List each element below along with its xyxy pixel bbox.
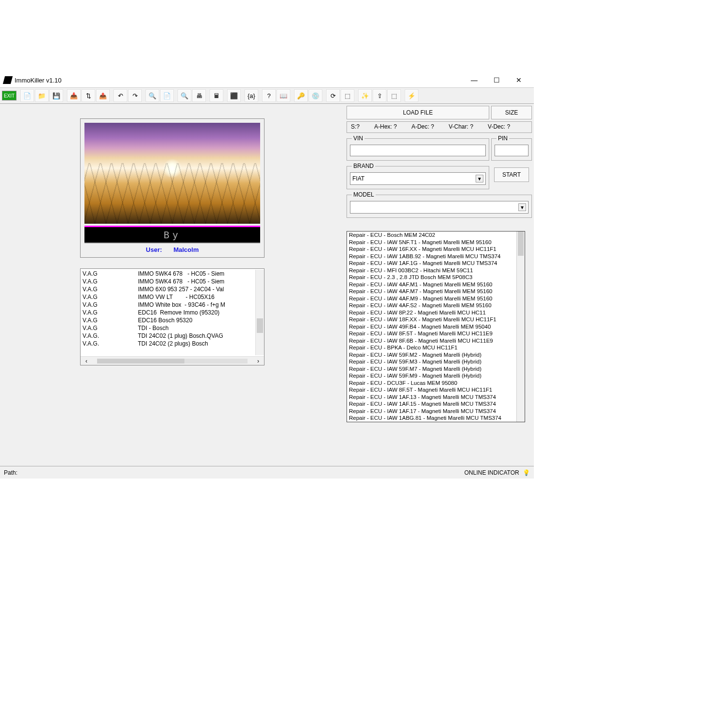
toolbar-button[interactable]: {a}	[245, 89, 258, 102]
list-item[interactable]: V.A.G IMMO 6X0 953 257 - 24C04 - Val	[83, 285, 255, 293]
toolbar-button[interactable]: ⬚	[341, 89, 354, 102]
dropdown-item[interactable]: Repair - ECU - IAW 4AF.M1 - Magneti Mare…	[347, 281, 516, 288]
vag-list[interactable]: V.A.G IMMO 5WK4 678 - HC05 - SiemV.A.G I…	[80, 268, 265, 365]
toolbar-button[interactable]: 📖	[277, 89, 290, 102]
dropdown-item[interactable]: Repair - ECU - IAW 8P.22 - Magneti Marel…	[347, 309, 516, 316]
list-item[interactable]: V.A.G IMMO 5WK4 678 - HC05 - Siem	[83, 270, 255, 278]
dropdown-item[interactable]: Repair - ECU - IAW 1AF.13 - Magneti Mare…	[347, 394, 516, 401]
toolbar-button[interactable]: 📄	[160, 89, 174, 102]
model-label: MODEL	[352, 191, 376, 198]
dropdown-item[interactable]: Repair - ECU - IAW 8F.5T - Magneti Marel…	[347, 386, 516, 394]
toolbar-button[interactable]: ↶	[114, 89, 127, 102]
window-title: ImmoKiller v1.10	[15, 77, 463, 84]
app-window: ImmoKiller v1.10 — ☐ ✕ EXIT 📄📁💾📥⇅📤↶↷🔍📄🔍🖶…	[0, 73, 534, 479]
dropdown-item[interactable]: Repair - ECU - IAW 8F.6B - Magneti Marel…	[347, 337, 516, 345]
dropdown-item[interactable]: Repair - ECU - Bosch MEM 24C02	[347, 232, 516, 239]
list-item[interactable]: V.A.G. TDI 24C02 (1 plug) Bosch.QVAG	[83, 332, 255, 340]
dropdown-item[interactable]: Repair - ECU - IAW 1ABG.81 - Magneti Mar…	[347, 414, 516, 422]
user-line: User: Malcolm	[84, 246, 260, 253]
dropdown-item[interactable]: Repair - ECU - DCU3F - Lucas MEM 95080	[347, 380, 516, 387]
list-item[interactable]: V.A.G IMMO 5WK4 678 - HC05 - Siem	[83, 278, 255, 285]
toolbar-button[interactable]: 🖶	[192, 89, 206, 102]
toolbar-button[interactable]: 🔍	[146, 89, 159, 102]
minimize-button[interactable]: —	[463, 73, 485, 87]
toolbar-button[interactable]: ↷	[128, 89, 142, 102]
user-name: Malcolm	[173, 246, 199, 253]
dropdown-item[interactable]: Repair - ECU - IAW 59F.M9 - Magneti Mare…	[347, 372, 516, 380]
list-item[interactable]: V.A.G. TDI 24C02 (2 plugs) Bosch	[83, 340, 255, 347]
bulb-icon: 💡	[523, 469, 530, 476]
size-button[interactable]: SIZE	[491, 106, 532, 119]
list-item[interactable]: V.A.G IMMO White box - 93C46 - f+g M	[83, 301, 255, 309]
dropdown-item[interactable]: Repair - ECU - BPKA - Delco MCU HC11F1	[347, 344, 516, 351]
toolbar-button[interactable]: ?	[262, 89, 276, 102]
toolbar-button[interactable]: 📁	[35, 89, 49, 102]
info-ahex: A-Hex: ?	[374, 123, 397, 131]
toolbar-button[interactable]: 📤	[96, 89, 110, 102]
toolbar-button[interactable]: ⟳	[326, 89, 340, 102]
exit-button[interactable]: EXIT	[2, 91, 17, 100]
scroll-left-icon[interactable]: ‹	[85, 358, 87, 364]
toolbar-button[interactable]: ✨	[358, 89, 372, 102]
toolbar-button[interactable]: ⇅	[82, 89, 95, 102]
dropdown-item[interactable]: Repair - ECU - IAW 49F.B4 - Magneti Mare…	[347, 323, 516, 331]
dropdown-item[interactable]: Repair - ECU - IAW 8F.5T - Magneti Marel…	[347, 330, 516, 337]
model-group: MODEL ▼	[347, 191, 532, 218]
close-button[interactable]: ✕	[508, 73, 530, 87]
start-button[interactable]: START	[494, 167, 529, 182]
info-line: S:? A-Hex: ? A-Dec: ? V-Char: ? V-Dec: ?	[347, 121, 532, 133]
dropdown-item[interactable]: Repair - ECU - IAW 59F.M7 - Magneti Mare…	[347, 365, 516, 373]
vin-input[interactable]	[350, 145, 486, 156]
toolbar-button[interactable]: ⬚	[387, 89, 401, 102]
dropdown-item[interactable]: Repair - ECU - IAW 1AF.1G - Magneti Mare…	[347, 260, 516, 267]
dropdown-item[interactable]: Repair - ECU - IAW 59F.M2 - Magneti Mare…	[347, 351, 516, 359]
brand-value: FIAT	[352, 175, 364, 182]
dropdown-item[interactable]: Repair - ECU - IAW 16F.XX - Magneti Mare…	[347, 246, 516, 253]
toolbar-button[interactable]: ⚡	[405, 89, 418, 102]
info-adec: A-Dec: ?	[412, 123, 434, 131]
toolbar-button[interactable]: ⬛	[227, 89, 241, 102]
toolbar-button[interactable]: ⇧	[373, 89, 386, 102]
info-vchar: V-Char: ?	[448, 123, 473, 131]
toolbar-button[interactable]: 📥	[67, 89, 81, 102]
loadfile-button[interactable]: LOAD FILE	[347, 106, 489, 119]
dropdown-item[interactable]: Repair - ECU - IAW 5NF.T1 - Magneti Mare…	[347, 239, 516, 246]
vin-group: VIN	[347, 135, 489, 161]
pin-input[interactable]	[495, 145, 529, 156]
splash-image	[84, 123, 260, 224]
toolbar-button[interactable]: 📄	[20, 89, 34, 102]
dropdown-scrollbar[interactable]	[516, 232, 525, 422]
vscrollbar[interactable]	[255, 270, 264, 355]
list-item[interactable]: V.A.G EDC16 Bosch 95320	[83, 316, 255, 324]
toolbar-button[interactable]: 💾	[50, 89, 63, 102]
brand-select[interactable]: FIAT ▼	[350, 172, 486, 185]
dropdown-item[interactable]: Repair - ECU - IAW 4AF.S2 - Magneti Mare…	[347, 302, 516, 309]
statusbar: Path: ONLINE INDICATOR 💡	[0, 466, 534, 479]
list-item[interactable]: V.A.G EDC16 Remove Immo (95320)	[83, 309, 255, 316]
toolbar-button[interactable]: 🔍	[178, 89, 191, 102]
model-select[interactable]: ▼	[350, 201, 529, 214]
picture-frame: By User: Malcolm	[80, 118, 265, 258]
dropdown-item[interactable]: Repair - ECU - IAW 4AF.M9 - Magneti Mare…	[347, 295, 516, 302]
dropdown-item[interactable]: Repair - ECU - IAW 1AF.15 - Magneti Mare…	[347, 400, 516, 408]
dropdown-item[interactable]: Repair - ECU - 2.3 , 2.8 JTD Bosch MEM 5…	[347, 274, 516, 281]
path-label: Path:	[4, 469, 17, 476]
pin-label: PIN	[496, 135, 509, 142]
dropdown-item[interactable]: Repair - ECU - IAW 1AF.17 - Magneti Mare…	[347, 408, 516, 415]
toolbar-button[interactable]: 💿	[309, 89, 322, 102]
toolbar-button[interactable]: 🔑	[294, 89, 308, 102]
dropdown-item[interactable]: Repair - ECU - IAW 4AF.M7 - Magneti Mare…	[347, 288, 516, 295]
dropdown-item[interactable]: Repair - ECU - IAW 1ABB.92 - Magneti Mar…	[347, 253, 516, 260]
maximize-button[interactable]: ☐	[485, 73, 508, 87]
hscrollbar[interactable]: ‹ ›	[81, 356, 264, 365]
toolbar-button[interactable]: 🖩	[210, 89, 223, 102]
scroll-right-icon[interactable]: ›	[257, 358, 259, 364]
vin-label: VIN	[352, 135, 364, 142]
list-item[interactable]: V.A.G IMMO VW LT - HC05X16	[83, 293, 255, 301]
list-item[interactable]: V.A.G TDI - Bosch	[83, 324, 255, 332]
online-indicator-label: ONLINE INDICATOR	[464, 469, 519, 476]
dropdown-item[interactable]: Repair - ECU - IAW 59F.M3 - Magneti Mare…	[347, 358, 516, 365]
model-dropdown[interactable]: Repair - ECU - Bosch MEM 24C02Repair - E…	[347, 231, 525, 422]
dropdown-item[interactable]: Repair - ECU - IAW 18F.XX - Magneti Mare…	[347, 316, 516, 323]
dropdown-item[interactable]: Repair - ECU - MFI 003BC2 - Hitachi MEM …	[347, 267, 516, 274]
